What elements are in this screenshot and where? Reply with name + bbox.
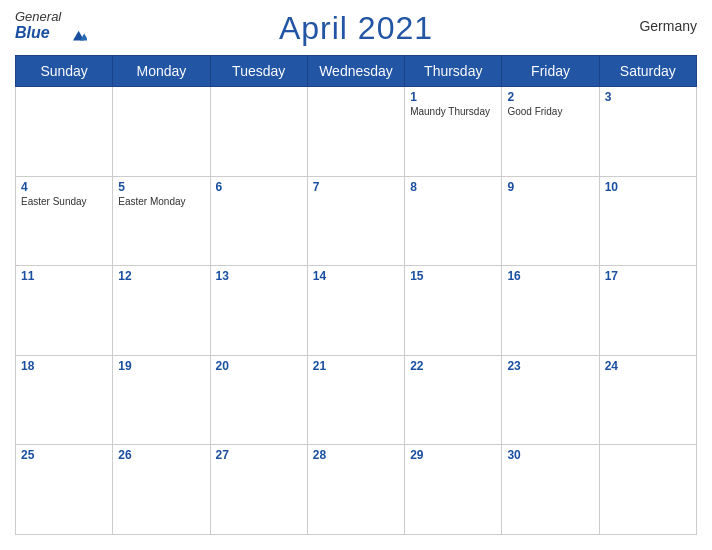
header-friday: Friday <box>502 56 599 87</box>
logo: General Blue <box>15 10 61 42</box>
day-number: 21 <box>313 359 399 373</box>
header-thursday: Thursday <box>405 56 502 87</box>
logo-mountain-icon <box>73 28 87 42</box>
calendar-week-1: 1Maundy Thursday2Good Friday3 <box>16 87 697 177</box>
day-number: 26 <box>118 448 204 462</box>
calendar-week-2: 4Easter Sunday5Easter Monday678910 <box>16 176 697 266</box>
table-row: 2Good Friday <box>502 87 599 177</box>
table-row <box>307 87 404 177</box>
calendar-title: April 2021 <box>279 10 433 47</box>
table-row: 7 <box>307 176 404 266</box>
logo-blue-text: Blue <box>15 24 50 42</box>
table-row: 16 <box>502 266 599 356</box>
table-row: 3 <box>599 87 696 177</box>
table-row: 14 <box>307 266 404 356</box>
table-row: 30 <box>502 445 599 535</box>
table-row: 23 <box>502 355 599 445</box>
table-row: 1Maundy Thursday <box>405 87 502 177</box>
day-number: 18 <box>21 359 107 373</box>
table-row: 21 <box>307 355 404 445</box>
calendar-header: General Blue April 2021 Germany <box>15 10 697 47</box>
day-number: 24 <box>605 359 691 373</box>
day-number: 25 <box>21 448 107 462</box>
logo-general-text: General <box>15 10 61 24</box>
table-row: 28 <box>307 445 404 535</box>
day-number: 15 <box>410 269 496 283</box>
table-row <box>113 87 210 177</box>
table-row: 19 <box>113 355 210 445</box>
day-number: 28 <box>313 448 399 462</box>
day-number: 7 <box>313 180 399 194</box>
day-number: 29 <box>410 448 496 462</box>
day-number: 8 <box>410 180 496 194</box>
header-saturday: Saturday <box>599 56 696 87</box>
calendar-wrapper: General Blue April 2021 Germany Sunday M… <box>0 0 712 550</box>
table-row: 15 <box>405 266 502 356</box>
day-number: 3 <box>605 90 691 104</box>
day-number: 30 <box>507 448 593 462</box>
table-row: 13 <box>210 266 307 356</box>
table-row: 9 <box>502 176 599 266</box>
holiday-label: Easter Monday <box>118 196 204 207</box>
table-row: 20 <box>210 355 307 445</box>
day-number: 4 <box>21 180 107 194</box>
holiday-label: Good Friday <box>507 106 593 117</box>
table-row <box>16 87 113 177</box>
table-row: 8 <box>405 176 502 266</box>
day-number: 10 <box>605 180 691 194</box>
calendar-table: Sunday Monday Tuesday Wednesday Thursday… <box>15 55 697 535</box>
day-number: 9 <box>507 180 593 194</box>
day-number: 2 <box>507 90 593 104</box>
table-row: 29 <box>405 445 502 535</box>
table-row: 22 <box>405 355 502 445</box>
day-number: 17 <box>605 269 691 283</box>
header-sunday: Sunday <box>16 56 113 87</box>
table-row: 5Easter Monday <box>113 176 210 266</box>
day-number: 6 <box>216 180 302 194</box>
calendar-week-4: 18192021222324 <box>16 355 697 445</box>
table-row: 6 <box>210 176 307 266</box>
calendar-country: Germany <box>639 18 697 34</box>
day-number: 11 <box>21 269 107 283</box>
table-row: 12 <box>113 266 210 356</box>
table-row: 4Easter Sunday <box>16 176 113 266</box>
day-number: 12 <box>118 269 204 283</box>
table-row <box>599 445 696 535</box>
day-number: 19 <box>118 359 204 373</box>
holiday-label: Maundy Thursday <box>410 106 496 117</box>
table-row: 24 <box>599 355 696 445</box>
header-monday: Monday <box>113 56 210 87</box>
table-row: 17 <box>599 266 696 356</box>
table-row <box>210 87 307 177</box>
day-number: 5 <box>118 180 204 194</box>
day-headers-row: Sunday Monday Tuesday Wednesday Thursday… <box>16 56 697 87</box>
holiday-label: Easter Sunday <box>21 196 107 207</box>
header-wednesday: Wednesday <box>307 56 404 87</box>
day-number: 1 <box>410 90 496 104</box>
table-row: 11 <box>16 266 113 356</box>
day-number: 20 <box>216 359 302 373</box>
calendar-week-5: 252627282930 <box>16 445 697 535</box>
day-number: 13 <box>216 269 302 283</box>
header-tuesday: Tuesday <box>210 56 307 87</box>
day-number: 27 <box>216 448 302 462</box>
day-number: 16 <box>507 269 593 283</box>
table-row: 27 <box>210 445 307 535</box>
calendar-week-3: 11121314151617 <box>16 266 697 356</box>
table-row: 25 <box>16 445 113 535</box>
day-number: 22 <box>410 359 496 373</box>
table-row: 10 <box>599 176 696 266</box>
table-row: 26 <box>113 445 210 535</box>
day-number: 14 <box>313 269 399 283</box>
table-row: 18 <box>16 355 113 445</box>
day-number: 23 <box>507 359 593 373</box>
